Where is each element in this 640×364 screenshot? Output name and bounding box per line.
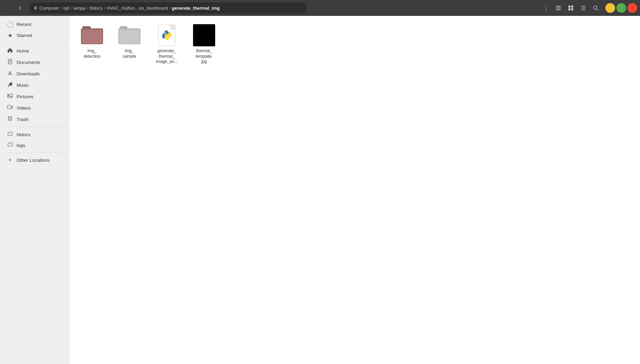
svg-rect-2 [556,9,561,10]
svg-rect-1 [556,8,561,8]
breadcrumb-sep-5: / [169,6,170,10]
folder-shape-gray [118,26,140,44]
forward-button[interactable] [15,2,26,13]
svg-rect-5 [568,8,570,10]
view-options-button[interactable]: ☰ [578,2,589,13]
close-button[interactable]: ✕ [628,3,637,13]
file-item-thermal-template[interactable]: thermal_template.jpg [187,21,221,67]
svg-rect-3 [568,6,570,8]
search-button[interactable] [590,2,601,13]
breadcrumb-current[interactable]: generate_thermal_img [172,6,220,11]
file-label-img-detection: img_detection [84,48,101,59]
computer-icon: 🖥 [33,6,37,10]
logs-icon [7,142,13,148]
sidebar-item-logs[interactable]: logs [1,140,67,150]
breadcrumb: 🖥 Computer / opt / lampp / htdocs / HVAC… [30,2,307,13]
other-locations-icon: + [7,157,13,163]
sidebar-label-other-locations: Other Locations [17,158,49,163]
sidebar-divider-1 [3,43,66,43]
nav-buttons [3,2,26,13]
folder-body [81,28,103,44]
file-label-generate-thermal: generate_thermal_image_an... [156,48,178,65]
sidebar-label-recent: Recent [17,22,31,27]
back-button[interactable] [3,2,14,13]
sidebar-item-music[interactable]: Music [1,80,67,91]
music-icon [7,82,13,88]
black-thumbnail [193,24,215,46]
python-file-icon [156,24,178,46]
sidebar-label-starred: Starred [17,33,32,38]
main-layout: 🕐 Recent ★ Starred Home [0,16,640,364]
svg-point-17 [167,37,168,38]
starred-icon: ★ [7,32,13,39]
breadcrumb-htdocs[interactable]: htdocs [90,6,103,11]
sidebar-label-downloads: Downloads [17,71,40,76]
downloads-icon [7,70,13,77]
sidebar: 🕐 Recent ★ Starred Home [0,16,69,364]
folder-icon-img-detection [81,24,103,46]
folder-inner-gray [119,30,139,44]
maximize-button[interactable]: □ [616,3,626,13]
sidebar-item-htdocs[interactable]: htdocs [1,129,67,140]
sidebar-divider-3 [3,152,66,153]
sidebar-item-trash[interactable]: Trash [1,114,67,125]
sidebar-item-recent[interactable]: 🕐 Recent [1,19,67,30]
home-icon [7,47,13,54]
svg-point-16 [165,32,166,32]
file-item-generate-thermal[interactable]: generate_thermal_image_an... [149,21,184,67]
file-item-img-sample[interactable]: img_sample [112,21,147,67]
recent-icon: 🕐 [7,21,13,28]
titlebar: 🖥 Computer / opt / lampp / htdocs / HVAC… [0,0,640,16]
svg-line-8 [597,9,598,10]
svg-rect-15 [8,105,11,109]
sidebar-item-documents[interactable]: Documents [1,57,67,68]
folder-icon-img-sample [118,24,140,46]
svg-rect-4 [571,6,573,8]
more-options-button[interactable]: ⋮ [540,2,551,13]
sidebar-label-trash: Trash [17,117,28,122]
folder-shape-dark [81,26,103,44]
breadcrumb-sep-4: / [104,6,105,10]
pictures-icon [7,93,13,100]
folder-inner [82,30,102,44]
file-grid: img_detection img_sample [75,21,634,67]
python-file-body [158,25,175,46]
titlebar-actions: ⋮ ☰ − □ ✕ [540,2,637,13]
svg-point-7 [594,6,597,9]
sidebar-label-music: Music [17,83,29,88]
sidebar-item-other-locations[interactable]: + Other Locations [1,155,67,165]
sidebar-label-pictures: Pictures [17,94,34,99]
breadcrumb-computer[interactable]: Computer [39,6,59,11]
file-corner [170,25,175,30]
trash-icon [7,116,13,123]
breadcrumb-lampp[interactable]: lampp [73,6,85,11]
breadcrumb-opt[interactable]: opt [63,6,69,11]
breadcrumb-hvac[interactable]: HVAC_malfun...sis_dashboard [107,6,168,11]
image-icon-thermal [193,24,215,46]
sidebar-item-videos[interactable]: Videos [1,102,67,113]
sidebar-item-pictures[interactable]: Pictures [1,91,67,102]
window-controls: − □ ✕ [605,3,637,13]
breadcrumb-sep-2: / [71,6,72,10]
sidebar-label-documents: Documents [17,60,40,65]
sidebar-item-starred[interactable]: ★ Starred [1,30,67,41]
sidebar-item-downloads[interactable]: Downloads [1,68,67,79]
file-label-img-sample: img_sample [123,48,136,59]
sidebar-label-logs: logs [17,143,25,148]
documents-icon [7,59,13,66]
file-item-img-detection[interactable]: img_detection [75,21,109,67]
svg-rect-0 [556,6,561,7]
svg-rect-6 [571,8,573,10]
sidebar-divider-2 [3,127,66,127]
htdocs-icon [7,131,13,138]
grid-view-button[interactable] [565,2,576,13]
breadcrumb-sep-1: / [61,6,62,10]
sidebar-label-htdocs: htdocs [17,132,30,137]
python-logo [161,30,172,43]
videos-icon [7,104,13,111]
folder-body-gray [118,28,140,44]
minimize-button[interactable]: − [605,3,615,13]
list-view-button[interactable] [553,2,564,13]
sidebar-item-home[interactable]: Home [1,45,67,56]
file-label-thermal-template: thermal_template.jpg [195,48,212,65]
